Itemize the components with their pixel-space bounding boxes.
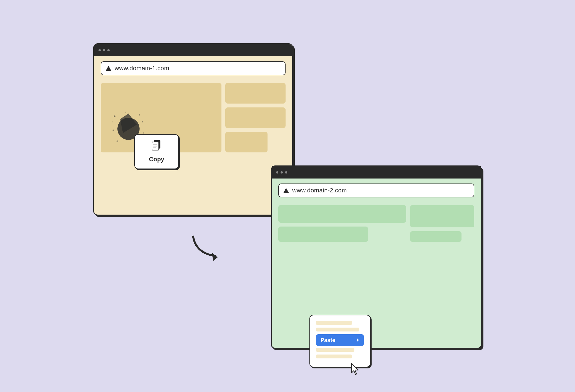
content-block-2-tr	[410, 205, 474, 227]
paste-line-3	[316, 348, 354, 352]
content-1: Copy	[94, 79, 292, 157]
arrow-icon	[188, 231, 226, 264]
titlebar-1	[94, 44, 292, 56]
toolbar-1: www.domain-1.com	[94, 56, 292, 79]
paste-line-4	[316, 355, 352, 358]
titlebar-dot	[107, 49, 110, 51]
svg-point-3	[139, 114, 140, 115]
content-right-col	[225, 83, 286, 152]
copy-icon	[152, 140, 162, 154]
content-block-2-bl	[278, 227, 368, 242]
svg-point-5	[143, 132, 144, 134]
svg-marker-16	[212, 253, 218, 261]
cursor-icon	[351, 363, 362, 375]
svg-rect-13	[153, 144, 157, 145]
svg-point-10	[112, 122, 113, 122]
address-bar-1: www.domain-1.com	[101, 61, 286, 75]
logo-icon-2	[283, 188, 289, 193]
content-right-col-2	[410, 205, 474, 242]
content-2	[272, 201, 481, 246]
content-main-left: Copy	[101, 83, 221, 152]
copy-card[interactable]: Copy	[134, 134, 179, 169]
toolbar-2: www.domain-2.com	[272, 179, 481, 201]
paste-card[interactable]: Paste ✦	[309, 315, 370, 367]
svg-point-6	[117, 140, 118, 142]
address-bar-2: www.domain-2.com	[278, 184, 474, 197]
content-row-top: Copy	[101, 83, 286, 152]
sparkle-icon: ✦	[356, 338, 359, 343]
paste-line-1	[316, 321, 352, 325]
titlebar-dot-2	[276, 171, 278, 174]
url-text-1: www.domain-1.com	[115, 65, 169, 72]
svg-rect-15	[153, 147, 156, 148]
scene: www.domain-1.com	[93, 43, 482, 349]
svg-point-8	[125, 112, 126, 113]
svg-rect-14	[153, 146, 157, 147]
browser-window-1: www.domain-1.com	[93, 43, 293, 215]
titlebar-dot-2	[281, 171, 283, 174]
titlebar-dot-2	[285, 171, 287, 174]
paste-line-2	[316, 328, 359, 331]
svg-point-2	[114, 115, 115, 117]
content-block-2-tl	[278, 205, 406, 223]
content-left-col-2	[278, 205, 406, 242]
content-row-2	[278, 205, 474, 242]
content-block-mr	[225, 107, 286, 128]
browser-window-2: www.domain-2.com Paste ✦	[271, 165, 482, 349]
content-block-br	[225, 132, 268, 152]
svg-point-9	[142, 121, 143, 122]
svg-point-4	[113, 130, 114, 131]
paste-label: Paste	[321, 337, 354, 343]
titlebar-dot	[99, 49, 101, 51]
copy-label: Copy	[149, 156, 164, 163]
titlebar-2	[272, 166, 481, 179]
arrow-container	[188, 231, 226, 265]
svg-marker-17	[352, 363, 358, 375]
content-block-tr	[225, 83, 286, 104]
logo-icon-1	[106, 66, 111, 71]
content-block-2-br	[410, 231, 461, 242]
paste-button[interactable]: Paste ✦	[316, 334, 364, 346]
url-text-2: www.domain-2.com	[292, 187, 347, 194]
titlebar-dot	[103, 49, 105, 51]
